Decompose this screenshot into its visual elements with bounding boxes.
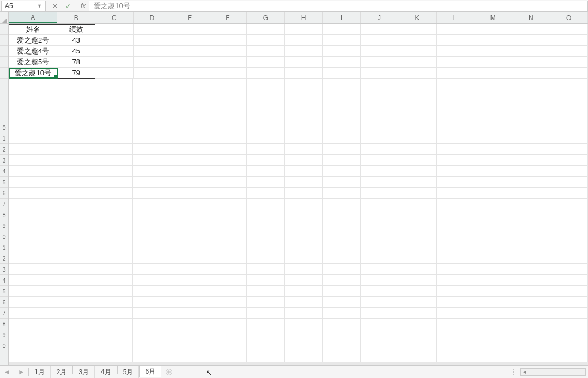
cell[interactable] (9, 329, 57, 340)
cell[interactable] (171, 57, 209, 68)
cell[interactable] (209, 122, 247, 133)
cell[interactable] (247, 209, 285, 220)
cell[interactable] (361, 340, 399, 351)
cell[interactable] (437, 286, 475, 297)
cell[interactable] (95, 46, 134, 57)
cell[interactable] (512, 340, 550, 351)
select-all-corner[interactable] (0, 12, 8, 24)
cell[interactable] (550, 275, 589, 286)
cell[interactable] (171, 24, 209, 35)
cell[interactable] (361, 253, 399, 264)
cell[interactable] (209, 155, 247, 166)
cell[interactable] (247, 79, 285, 89)
column-header-H[interactable]: H (285, 12, 323, 23)
cell[interactable] (474, 46, 512, 57)
cell[interactable] (323, 308, 361, 319)
cell[interactable] (361, 111, 399, 122)
cell[interactable] (474, 319, 512, 329)
cell[interactable] (247, 89, 285, 100)
cell[interactable] (361, 35, 399, 46)
cell[interactable] (361, 275, 399, 286)
cell[interactable] (550, 220, 589, 231)
row-header[interactable] (0, 351, 8, 362)
cell[interactable] (57, 286, 95, 297)
cell[interactable] (285, 308, 323, 319)
cell[interactable] (437, 155, 475, 166)
cell[interactable] (247, 122, 285, 133)
cell[interactable] (550, 144, 589, 155)
cell[interactable] (95, 155, 134, 166)
cell[interactable] (550, 133, 589, 144)
cell[interactable] (512, 177, 550, 188)
cell[interactable] (512, 68, 550, 79)
row-header[interactable] (0, 24, 8, 35)
cell[interactable] (57, 264, 95, 275)
cell[interactable] (361, 133, 399, 144)
cell[interactable] (550, 188, 589, 199)
cell[interactable] (437, 177, 475, 188)
cell[interactable] (209, 297, 247, 308)
sheet-tab[interactable]: 3月 (73, 366, 95, 378)
tab-nav-next[interactable]: ► (14, 366, 28, 378)
cell[interactable] (9, 144, 57, 155)
cell[interactable] (171, 35, 209, 46)
cell[interactable] (437, 166, 475, 177)
cell[interactable] (398, 57, 437, 68)
cell[interactable] (9, 297, 57, 308)
cell[interactable] (209, 220, 247, 231)
cell[interactable] (323, 351, 361, 362)
cell[interactable] (171, 264, 209, 275)
cell[interactable] (512, 155, 550, 166)
sheet-tab[interactable]: 4月 (95, 366, 117, 378)
cell[interactable] (9, 100, 57, 111)
row-header[interactable]: 2 (0, 253, 8, 264)
cell[interactable] (134, 46, 172, 57)
cell[interactable] (95, 308, 134, 319)
cell[interactable]: 78 (57, 57, 95, 68)
cell[interactable] (171, 89, 209, 100)
cell[interactable] (171, 177, 209, 188)
cell[interactable] (9, 220, 57, 231)
cell[interactable] (209, 351, 247, 362)
cell[interactable] (9, 155, 57, 166)
cell[interactable] (323, 177, 361, 188)
cell[interactable] (134, 68, 172, 79)
cell[interactable] (285, 275, 323, 286)
cell[interactable] (437, 57, 475, 68)
cell[interactable] (361, 24, 399, 35)
cell[interactable] (437, 144, 475, 155)
cell[interactable] (474, 329, 512, 340)
cells-area[interactable]: 姓名绩效爱之趣2号43爱之趣4号45爱之趣5号78爱之趣10号79 (9, 24, 588, 362)
cell[interactable] (323, 220, 361, 231)
cell[interactable] (247, 24, 285, 35)
cell[interactable] (323, 286, 361, 297)
cell[interactable] (361, 188, 399, 199)
cell[interactable] (550, 199, 589, 209)
cell[interactable] (361, 297, 399, 308)
cell[interactable] (285, 329, 323, 340)
cell[interactable] (512, 35, 550, 46)
cell[interactable] (550, 155, 589, 166)
cell[interactable] (133, 231, 171, 242)
cell[interactable] (133, 264, 171, 275)
cell[interactable] (133, 177, 171, 188)
cell[interactable] (9, 177, 57, 188)
row-header[interactable]: 1 (0, 133, 8, 144)
cell[interactable] (285, 286, 323, 297)
cell[interactable] (474, 122, 512, 133)
cell[interactable] (512, 231, 550, 242)
row-header[interactable] (0, 111, 8, 122)
cell[interactable] (323, 264, 361, 275)
cell[interactable] (512, 351, 550, 362)
cell[interactable] (285, 79, 323, 89)
cell[interactable] (512, 24, 550, 35)
cell[interactable] (398, 100, 437, 111)
cell[interactable] (550, 35, 588, 46)
cell[interactable] (171, 319, 209, 329)
cell[interactable] (474, 351, 512, 362)
cell[interactable] (9, 340, 57, 351)
cell[interactable] (209, 177, 247, 188)
cell[interactable] (550, 79, 589, 89)
cell[interactable] (247, 133, 285, 144)
cell[interactable] (361, 220, 399, 231)
